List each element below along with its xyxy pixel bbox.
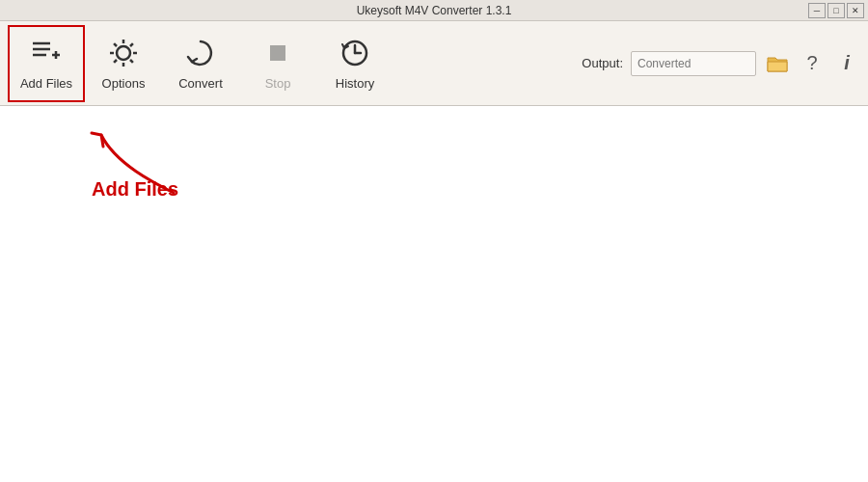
options-icon bbox=[106, 36, 141, 70]
history-icon bbox=[338, 36, 372, 70]
svg-line-11 bbox=[130, 60, 133, 63]
output-label: Output: bbox=[582, 56, 623, 70]
add-files-icon bbox=[29, 36, 64, 70]
svg-line-10 bbox=[114, 43, 117, 46]
info-icon: i bbox=[844, 52, 850, 74]
minimize-button[interactable]: ─ bbox=[808, 3, 826, 18]
window-title: Ukeysoft M4V Converter 1.3.1 bbox=[357, 4, 512, 17]
stop-button[interactable]: Stop bbox=[239, 25, 316, 102]
info-button[interactable]: i bbox=[833, 50, 860, 77]
stop-icon bbox=[260, 36, 295, 70]
window-controls: ─ □ ✕ bbox=[808, 3, 864, 18]
svg-line-13 bbox=[114, 60, 117, 63]
history-label: History bbox=[336, 76, 374, 91]
options-label: Options bbox=[102, 76, 146, 91]
toolbar: Add Files Options Convert bbox=[0, 21, 868, 106]
folder-icon bbox=[766, 54, 789, 73]
help-button[interactable]: ? bbox=[799, 50, 826, 77]
add-files-tooltip: Add Files bbox=[92, 178, 178, 201]
help-icon: ? bbox=[806, 52, 817, 74]
maximize-button[interactable]: □ bbox=[827, 3, 845, 18]
maximize-icon: □ bbox=[833, 6, 838, 15]
add-files-button[interactable]: Add Files bbox=[8, 25, 85, 102]
title-bar: Ukeysoft M4V Converter 1.3.1 ─ □ ✕ bbox=[0, 0, 868, 21]
add-files-label: Add Files bbox=[20, 76, 72, 91]
close-icon: ✕ bbox=[852, 6, 859, 15]
output-input[interactable] bbox=[631, 51, 756, 76]
browse-folder-button[interactable] bbox=[764, 50, 791, 77]
history-button[interactable]: History bbox=[316, 25, 393, 102]
options-button[interactable]: Options bbox=[85, 25, 162, 102]
svg-rect-14 bbox=[270, 45, 285, 61]
main-content: Add Files bbox=[0, 106, 868, 482]
close-button[interactable]: ✕ bbox=[847, 3, 864, 18]
svg-point-5 bbox=[117, 46, 130, 60]
convert-label: Convert bbox=[178, 76, 223, 91]
output-area: Output: ? i bbox=[582, 50, 860, 77]
minimize-icon: ─ bbox=[814, 6, 820, 15]
convert-icon bbox=[183, 36, 218, 70]
stop-label: Stop bbox=[265, 76, 291, 91]
svg-line-12 bbox=[130, 43, 133, 46]
convert-button[interactable]: Convert bbox=[162, 25, 239, 102]
